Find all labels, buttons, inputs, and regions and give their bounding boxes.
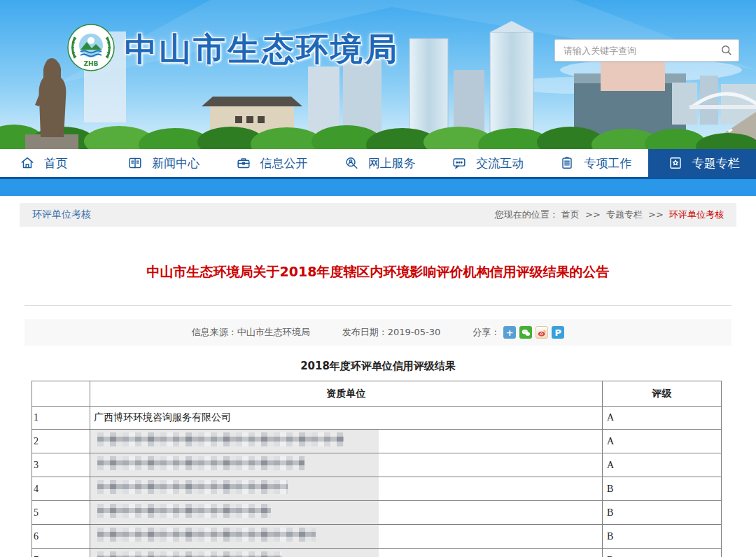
nav-item-label: 新闻中心 [152,155,200,171]
redacted-company-name [90,549,603,557]
breadcrumb: 您现在的位置： 首页 >> 专题专栏 >> 环评单位考核 [495,209,724,221]
table-row: 3A [32,453,722,477]
nav-item-label: 交流互动 [476,155,524,171]
table-row: 4B [32,477,722,501]
nav-item-label: 专项工作 [584,155,631,171]
redacted-company-name [90,477,603,501]
nav-item-label: 专题专栏 [692,155,740,171]
share-group: 分享： + P [472,326,564,339]
rating-value: A [603,430,722,453]
person-search-icon [344,155,359,171]
row-index: 4 [32,477,90,501]
document-lines-icon [559,155,575,171]
table-row: 1广西博环环境咨询服务有限公司A [32,407,722,430]
breadcrumb-separator: >> [648,209,664,220]
col-header-company: 资质单位 [90,381,603,407]
search-icon[interactable] [715,41,738,60]
rating-value: B [603,525,722,549]
nav-item-online-service[interactable]: 网上服务 [324,149,432,177]
breadcrumb-separator: >> [585,209,601,220]
chat-bubble-icon [451,155,467,171]
article-source: 信息来源：中山市生态环境局 [192,326,310,339]
share-more-icon[interactable]: + [503,326,516,339]
article-title: 中山市生态环境局关于2018年度辖区内环境影响评价机构信用评级结果的公告 [0,263,756,281]
search-box [554,39,739,62]
breadcrumb-bar: 环评单位考核 您现在的位置： 首页 >> 专题专栏 >> 环评单位考核 [20,203,736,227]
redacted-company-name [90,501,603,525]
row-index: 1 [32,407,90,430]
breadcrumb-special-column[interactable]: 专题专栏 [606,209,643,220]
news-icon [127,155,143,171]
row-index: 6 [32,525,90,549]
company-name: 广西博环环境咨询服务有限公司 [90,407,603,430]
redacted-company-name [90,525,603,549]
table-row: 7B [32,549,722,557]
nav-item-label: 信息公开 [260,155,308,171]
nav-item-label: 首页 [44,155,68,171]
row-index: 2 [32,430,90,453]
header-banner: ZHB 中山市生态环境局 [0,0,756,149]
col-header-rating: 评级 [603,381,722,407]
site-title: 中山市生态环境局 [125,28,399,71]
svg-text:ZHB: ZHB [84,60,99,67]
home-icon [20,155,35,171]
article-date: 发布日期：2019-05-30 [342,326,441,339]
document-star-icon [668,155,683,171]
title-divider [24,305,732,306]
nav-item-info-disclosure[interactable]: 信息公开 [216,149,324,177]
table-header-row: 资质单位 评级 [32,381,722,407]
main-nav: 首页新闻中心信息公开网上服务交流互动专项工作专题专栏 [0,149,756,177]
table-row: 2A [32,430,722,453]
nav-underline-strip [0,177,756,196]
rating-value: B [603,549,722,557]
qzone-icon[interactable]: P [552,326,564,339]
site-logo: ZHB [66,23,115,72]
rating-value: A [603,407,722,430]
table-row: 5B [32,501,722,525]
breadcrumb-current: 环评单位考核 [669,209,724,220]
nav-item-special-work[interactable]: 专项工作 [540,149,648,177]
banner-cityscape-image [0,0,756,149]
search-input[interactable] [555,45,715,56]
rating-table: 资质单位 评级 1广西博环环境咨询服务有限公司A2A3A4B5B6B7B [31,381,722,557]
share-label: 分享： [472,326,500,339]
nav-item-interaction[interactable]: 交流互动 [432,149,540,177]
rating-value: A [603,453,722,477]
page: ZHB 中山市生态环境局 首页新闻中心信息公开网上服务交流互动专项工作专题专栏 … [0,0,756,557]
briefcase-icon [236,155,251,171]
col-header-index [32,381,90,407]
weibo-icon[interactable] [536,326,548,339]
redacted-company-name [90,453,603,477]
rating-value: B [603,477,722,501]
nav-item-special-column[interactable]: 专题专栏 [648,149,756,177]
nav-item-news-center[interactable]: 新闻中心 [108,149,216,177]
row-index: 3 [32,453,90,477]
nav-item-label: 网上服务 [368,155,416,171]
redacted-company-name [90,430,603,453]
table-row: 6B [32,525,722,549]
section-title: 环评单位考核 [32,209,91,221]
breadcrumb-home[interactable]: 首页 [561,209,580,220]
rating-value: B [603,501,722,525]
wechat-icon[interactable] [519,326,532,339]
row-index: 7 [32,549,90,557]
row-index: 5 [32,501,90,525]
table-caption: 2018年度环评单位信用评级结果 [0,360,756,373]
location-label: 您现在的位置： [495,209,559,220]
article-meta-bar: 信息来源：中山市生态环境局 发布日期：2019-05-30 分享： + P [24,319,732,346]
nav-item-home[interactable]: 首页 [0,149,108,177]
